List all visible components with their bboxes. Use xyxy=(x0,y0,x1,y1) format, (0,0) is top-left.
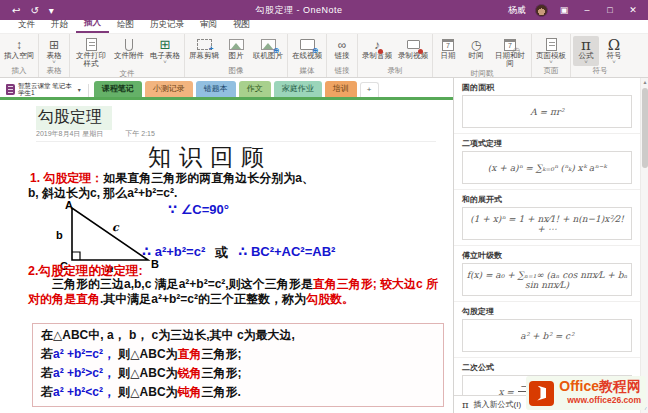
page-canvas[interactable]: 勾股定理 2019年8月4日 星期日 下午 2:15 知识回顾 1. 勾股定理：… xyxy=(0,100,453,413)
notebook-subname: 学生1 xyxy=(18,89,72,96)
paperclip-icon xyxy=(125,37,133,52)
customize-qat-icon[interactable]: ▾ xyxy=(49,5,54,16)
notebook-icon xyxy=(6,84,15,95)
section-tabs: 课程笔记 小测记录 错题本 作文 家庭作业 培训 + xyxy=(94,81,379,97)
eq-area-of-circle: 圆的面积 A = πr² xyxy=(454,78,640,134)
section-tab-mistake-book[interactable]: 错题本 xyxy=(196,81,236,97)
box-line-2: 若a² +b²=c²， 则△ABC为直角三角形; xyxy=(41,345,435,364)
equation-button[interactable]: π 公式 ˅ xyxy=(573,36,599,66)
insert-space-button[interactable]: ↕ 插入空间 xyxy=(2,36,36,61)
ribbon: ↕ 插入空间 插入 ⊞ 表格 ˅ 表格 文件打印样式 xyxy=(0,34,648,78)
converse-paragraph: 三角形的三边a,b,c 满足a²+b²=c²,则这个三角形是直角三角形; 较大边… xyxy=(28,277,446,306)
therefore-statement: ∴ a²+b²=c² 或 ∴ BC²+AC²=AB² xyxy=(142,244,335,262)
notebook-selector[interactable]: 智慧云课堂 笔记本 学生1 ▾ xyxy=(0,82,88,97)
table-button[interactable]: ⊞ 表格 ˅ xyxy=(41,36,67,66)
close-button[interactable]: ✕ xyxy=(626,5,640,15)
section-tab-training[interactable]: 培训 xyxy=(325,81,357,97)
record-video-button[interactable]: 录制视频 xyxy=(396,36,430,61)
omega-icon: Ω xyxy=(608,37,620,52)
time-text: 下午 2:15 xyxy=(125,129,155,139)
online-pictures-button[interactable]: ⊕ 联机图片 xyxy=(251,36,285,61)
chevron-down-icon: ˅ xyxy=(549,60,553,65)
undo-icon[interactable]: ↺ xyxy=(30,5,38,16)
equation-item[interactable]: f(x) = a₀ + ∑ₙ₌₁∞ (aₙ cos nπx⁄L + bₙ sin… xyxy=(462,263,632,296)
watermark: Office教程网 www.office26.com xyxy=(526,376,646,410)
user-name[interactable]: 杨威 xyxy=(508,4,526,17)
equation-item[interactable]: (x + a)ⁿ = ∑ₖ₌₀ⁿ (ⁿₖ) xᵏ aⁿ⁻ᵏ xyxy=(462,151,632,184)
tab-history[interactable]: 历史记录 xyxy=(142,19,192,33)
page-title[interactable]: 勾股定理 xyxy=(36,106,112,130)
tab-review[interactable]: 审阅 xyxy=(192,19,225,33)
pane-scrollbar[interactable]: ▲ ▼ xyxy=(640,78,648,413)
ribbon-group-timestamp: 7 日期 ◷ 时间 7◷ 日期和时间 时间戳 xyxy=(433,34,532,77)
scrollbar-thumb[interactable] xyxy=(642,88,648,168)
file-printout-icon xyxy=(86,37,97,52)
eq-expansion-of-sum: 和的展开式 (1 + x)ⁿ = 1 + nx⁄1! + n(n−1)x²⁄2!… xyxy=(454,190,640,246)
avatar[interactable] xyxy=(535,4,548,17)
equation-item[interactable]: (1 + x)ⁿ = 1 + nx⁄1! + n(n−1)x²⁄2! + ⋯ xyxy=(462,207,632,240)
ribbon-tab-bar: 文件 开始 插入 绘图 历史记录 审阅 视图 xyxy=(0,20,648,34)
insert-space-icon: ↕ xyxy=(16,37,22,52)
section-tab-composition[interactable]: 作文 xyxy=(239,81,271,97)
chevron-down-icon: ▾ xyxy=(78,86,81,93)
link-icon: ∞ xyxy=(338,37,347,52)
add-section-button[interactable]: + xyxy=(360,82,379,97)
file-attachment-button[interactable]: 文件附件 xyxy=(112,36,146,61)
tab-file[interactable]: 文件 xyxy=(10,19,43,33)
notebook-name: 智慧云课堂 笔记本 xyxy=(18,82,72,89)
section-tab-homework[interactable]: 家庭作业 xyxy=(274,81,322,97)
ribbon-group-media: ⊕ 在线视频 媒体 xyxy=(288,34,327,77)
section-tab-quiz-records[interactable]: 小测记录 xyxy=(145,81,193,97)
tab-insert[interactable]: 插入 xyxy=(76,17,109,33)
picture-icon xyxy=(229,37,244,52)
table-icon: ⊞ xyxy=(49,37,59,52)
ribbon-group-files: 文件打印样式 文件附件 ⊞ 电子表格 ˅ 文件 xyxy=(70,34,185,77)
pictures-button[interactable]: 图片 xyxy=(223,36,249,61)
eq-pythagorean-theorem: 勾股定理 a² + b² = c² xyxy=(454,302,640,358)
ribbon-group-symbols: π 公式 ˅ Ω 符号 ˅ 符号 xyxy=(571,34,629,77)
symbol-button[interactable]: Ω 符号 ˅ xyxy=(601,36,627,66)
page-templates-button[interactable]: 页面模板 ˅ xyxy=(534,36,568,66)
chevron-down-icon: ˅ xyxy=(584,60,588,65)
box-line-1: 在△ABC中, a， b， c为三边长,其中 c为最大边, xyxy=(41,326,435,345)
section-tab-course-notes[interactable]: 课程笔记 xyxy=(94,81,142,97)
online-video-button[interactable]: ⊕ 在线视频 xyxy=(290,36,324,61)
ribbon-group-insert: ↕ 插入空间 插入 xyxy=(0,34,39,77)
maximize-button[interactable]: □ xyxy=(603,5,617,15)
date-button[interactable]: 7 日期 xyxy=(435,36,461,61)
minimize-button[interactable]: – xyxy=(580,5,594,15)
back-icon[interactable]: ↩ xyxy=(12,5,20,16)
window-title: 勾股定理 - OneNote xyxy=(90,4,508,17)
file-printout-button[interactable]: 文件打印样式 xyxy=(72,36,110,69)
tab-home[interactable]: 开始 xyxy=(43,19,76,33)
watermark-url: www.office26.com xyxy=(567,393,641,407)
tab-view[interactable]: 视图 xyxy=(225,19,258,33)
watermark-brand: Office xyxy=(559,378,599,394)
link-button[interactable]: ∞ 链接 xyxy=(329,36,355,61)
equation-item[interactable]: A = πr² xyxy=(462,95,632,128)
spreadsheet-button[interactable]: ⊞ 电子表格 ˅ xyxy=(148,36,182,66)
quick-access-toolbar: ↩ ↺ ▾ xyxy=(0,5,90,16)
ribbon-display-options-button[interactable]: ▣ xyxy=(557,5,571,15)
record-audio-button[interactable]: ♪ 录制音频 xyxy=(360,36,394,61)
because-statement: ∵ ∠C=90° xyxy=(168,202,229,217)
tab-draw[interactable]: 绘图 xyxy=(109,19,142,33)
screen-clipping-button[interactable]: 屏幕剪辑 xyxy=(187,36,221,61)
calendar-clock-icon: 7◷ xyxy=(504,37,516,52)
vertex-a-label: A xyxy=(65,199,73,211)
scroll-up-icon[interactable]: ▲ xyxy=(641,78,648,87)
chevron-down-icon: ˅ xyxy=(52,60,56,65)
divider xyxy=(88,84,89,97)
calendar-icon: 7 xyxy=(442,37,454,52)
theorem-label: 1. 勾股定理： xyxy=(30,171,103,185)
navigation-bar: 智慧云课堂 笔记本 学生1 ▾ 课程笔记 小测记录 错题本 作文 家庭作业 培训… xyxy=(0,78,453,97)
equation-list: 圆的面积 A = πr² 二项式定理 (x + a)ⁿ = ∑ₖ₌₀ⁿ (ⁿₖ)… xyxy=(454,78,640,395)
time-button[interactable]: ◷ 时间 xyxy=(463,36,489,61)
chevron-down-icon: ˅ xyxy=(612,60,616,65)
clock-icon: ◷ xyxy=(471,37,481,52)
equation-item[interactable]: a² + b² = c² xyxy=(462,319,632,352)
date-text: 2019年8月4日 星期日 xyxy=(36,129,103,139)
spreadsheet-icon: ⊞ xyxy=(160,37,171,52)
eq-fourier-series: 傅立叶级数 f(x) = a₀ + ∑ₙ₌₁∞ (aₙ cos nπx⁄L + … xyxy=(454,246,640,302)
date-time-button[interactable]: 7◷ 日期和时间 xyxy=(491,36,529,69)
